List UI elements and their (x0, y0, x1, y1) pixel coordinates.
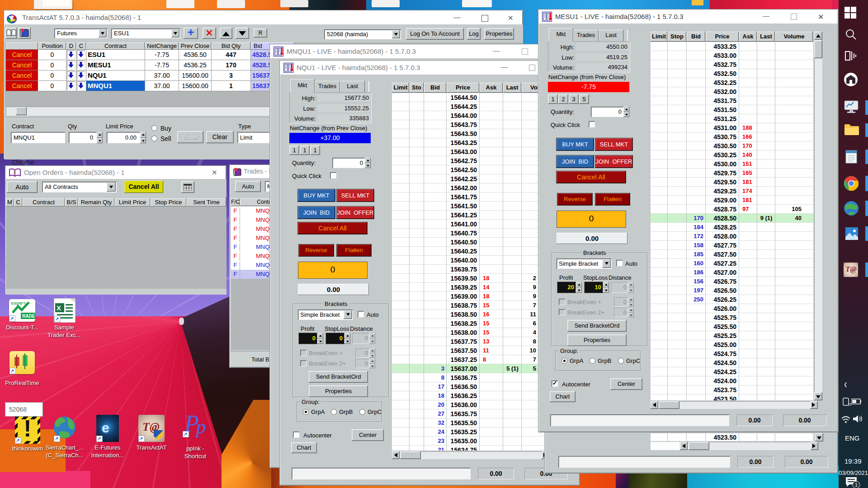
svg-text:דיסקונט: דיסקונט (11, 301, 26, 305)
svg-text:X: X (57, 304, 61, 312)
svg-text:1: 1 (855, 482, 858, 488)
svg-text:RADE: RADE (22, 314, 35, 319)
